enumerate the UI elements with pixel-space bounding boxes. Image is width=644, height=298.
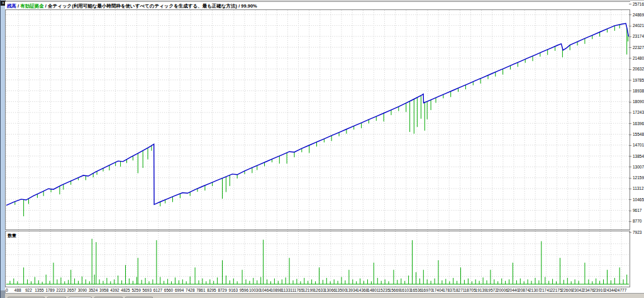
value-axis-tick [629, 69, 631, 70]
trade-axis-label: 3524 [89, 288, 97, 293]
trade-axis-label: 4392 [110, 288, 119, 293]
window-top-edge [0, 0, 644, 1]
trade-axis-label: 16536 [411, 288, 422, 293]
trade-axis-label: 922 [25, 288, 32, 293]
trade-axis-label: 20874 [518, 288, 530, 293]
trade-axis-label: 21741 [540, 288, 551, 293]
trade-axis-label: 16103 [400, 288, 411, 293]
modelling-quality: 99.90% [241, 3, 257, 9]
trade-axis-label: 5693 [143, 288, 152, 293]
trade-axis-label: 1789 [45, 288, 54, 293]
volume-chart-pane[interactable]: 数量 [5, 231, 630, 287]
value-axis-tick [629, 232, 631, 233]
value-axis-label: 13854 [633, 154, 644, 158]
trade-axis-label: 10030 [249, 288, 260, 293]
trade-axis-label: 12199 [303, 288, 314, 293]
trade-axis-label: 24777 [615, 288, 626, 293]
value-axis-tick [629, 145, 631, 146]
trade-axis-label: 4825 [121, 288, 130, 293]
value-axis-label: 11312 [633, 186, 644, 190]
trade-axis: 0488922135517892223265730903524395843924… [0, 288, 644, 293]
trade-axis-label: 7428 [186, 288, 194, 293]
value-axis-label: 23174 [633, 34, 644, 38]
equity-spikes [15, 25, 628, 216]
value-axis-tick [629, 14, 631, 15]
value-axis-label: 20632 [633, 67, 644, 71]
trade-axis-label: 19572 [486, 288, 497, 293]
trade-axis-label: 17404 [432, 288, 443, 293]
trade-axis-label: 22609 [562, 288, 573, 293]
trade-axis-label: 18705 [464, 288, 475, 293]
trade-axis-label: 19139 [475, 288, 487, 293]
value-axis-label: 7923 [633, 230, 641, 235]
balance-equity-chart-pane[interactable] [5, 9, 630, 230]
trade-axis-label: 16970 [421, 288, 433, 293]
value-axis-tick [629, 123, 631, 124]
trade-axis-label: 10464 [260, 288, 271, 293]
trade-axis-label: 2657 [67, 288, 76, 293]
trade-axis-label: 23910 [594, 288, 605, 293]
value-axis-tick [629, 113, 631, 113]
value-axis-tick [629, 4, 631, 4]
trade-axis-label: 14368 [357, 288, 368, 293]
main-chart-svg [6, 10, 630, 229]
trade-axis-label: 7861 [196, 288, 205, 293]
value-axis: 2571624869240212317422327214802063219785… [631, 0, 644, 289]
trade-axis-label: 22175 [550, 288, 562, 293]
trade-axis-label: 488 [14, 288, 21, 293]
equity-legend-label: 有効証拠金 [20, 3, 44, 9]
trade-axis-label: 10898 [270, 288, 282, 293]
chart-legend-header: 残高 / 有効証拠金 / 全ティック(利用可能な最小時間枠を使いすべてのティック… [5, 1, 630, 9]
value-axis-tick [629, 36, 631, 37]
trade-axis-label: 17837 [443, 288, 454, 293]
value-axis-tick [629, 199, 631, 200]
value-axis-label: 25716 [633, 2, 644, 6]
trade-axis-label: 8729 [218, 288, 226, 293]
value-axis-label: 8770 [633, 219, 641, 223]
tester-graph-window: × 残高 / 有効証拠金 / 全ティック(利用可能な最小時間枠を使いすべてのティ… [0, 0, 644, 298]
trade-axis-label: 9163 [229, 288, 238, 293]
value-axis-tick [629, 167, 631, 167]
trade-axis-label: 11765 [292, 288, 304, 293]
value-axis-label: 19785 [633, 78, 644, 82]
value-axis-label: 18938 [633, 89, 644, 93]
value-axis-tick [629, 135, 631, 135]
value-axis-tick [629, 26, 631, 26]
trade-axis-label: 24344 [604, 288, 616, 293]
value-axis-label: 16396 [633, 121, 644, 126]
value-axis-tick [629, 156, 631, 157]
value-axis-label: 14701 [633, 143, 644, 147]
trade-axis-label: 23042 [572, 288, 584, 293]
value-axis-label: 15548 [633, 132, 644, 136]
trade-axis-label: 8295 [207, 288, 216, 293]
tester-tab-bar: セッティング結果グラフレポート操作記録 [5, 293, 644, 298]
value-axis-tick [629, 178, 631, 179]
value-axis-label: 24021 [633, 23, 644, 28]
trade-axis-label: 3090 [78, 288, 87, 293]
value-axis-label: 10465 [633, 197, 644, 202]
value-axis-tick [629, 58, 631, 58]
volume-bars [10, 239, 627, 284]
left-dock-strip: × [0, 0, 5, 298]
trade-axis-label: 18271 [453, 288, 465, 293]
trade-axis-label: 13500 [335, 288, 347, 293]
value-axis-label: 12159 [633, 175, 644, 180]
value-axis-tick [629, 91, 631, 91]
volume-chart-svg [6, 231, 630, 287]
trade-axis-label: 1355 [35, 288, 43, 293]
value-axis-tick [629, 47, 631, 48]
trade-axis-label: 15235 [378, 288, 389, 293]
value-axis-tick [629, 221, 631, 222]
trade-axis-label: 12633 [314, 288, 325, 293]
value-axis-tick [629, 80, 631, 80]
value-axis-tick [629, 189, 631, 189]
trade-axis-label: 6994 [175, 288, 184, 293]
trade-axis-label: 2223 [57, 288, 65, 293]
value-axis-tick [629, 102, 631, 102]
value-axis-label: 24869 [633, 13, 644, 17]
trade-axis-label: 13934 [346, 288, 357, 293]
volume-pane-label: 数量 [8, 233, 16, 239]
model-description: 全ティック(利用可能な最小時間枠を使いすべてのティックを生成する、最も正確な方法… [48, 3, 237, 9]
value-axis-label: 9617 [633, 208, 641, 212]
trade-axis-label: 3958 [99, 288, 108, 293]
